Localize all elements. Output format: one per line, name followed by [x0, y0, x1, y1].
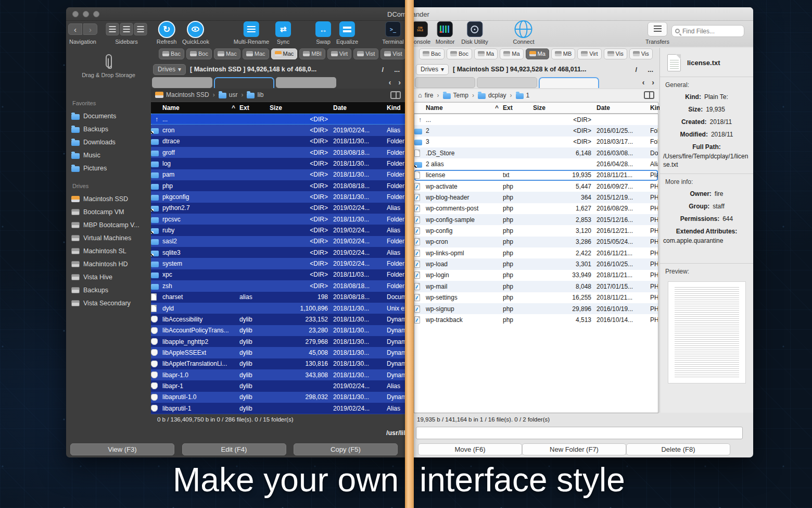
sidebar-toggle-2-icon[interactable] [120, 23, 133, 35]
more-button[interactable]: ... [644, 66, 656, 73]
column-ext[interactable]: Ext [503, 104, 533, 111]
bookmarks-icon[interactable] [644, 91, 654, 99]
breadcrumb-item[interactable]: Macintosh SSD [155, 91, 209, 98]
refresh-icon[interactable]: ↻ [158, 21, 175, 38]
breadcrumb-item[interactable]: dcplay [471, 92, 506, 99]
table-row[interactable]: wp-blog-header php 364 2015/12/19... PHP… [414, 192, 658, 203]
table-row[interactable]: pkgconfig <DIR> 2018/11/30... Folder [151, 191, 405, 202]
sidebar-item[interactable]: Vista Hive [71, 270, 151, 283]
connect-globe-icon[interactable] [515, 20, 532, 38]
move-button[interactable]: Move (F6) [418, 443, 522, 455]
panel-tab[interactable] [276, 77, 336, 88]
drive-shortcut-button[interactable]: Vis [629, 48, 653, 59]
sidebar-item[interactable]: Virtual Machines [71, 231, 151, 244]
sidebar-item[interactable]: Vista Secondary [71, 296, 151, 309]
table-row[interactable]: 3 <DIR> 2018/03/17... Folder [414, 137, 658, 147]
table-row[interactable]: wp-settings php 16,255 2018/11/21... PHP… [414, 292, 658, 303]
table-row[interactable]: wp-links-opml php 2,422 2016/11/21... PH… [414, 247, 658, 258]
column-size[interactable]: Size [533, 104, 593, 111]
table-row[interactable]: libaprutil-1 dylib 2019/02/24... Alias [151, 403, 405, 414]
drive-shortcut-button[interactable]: Mac [271, 48, 298, 59]
breadcrumb-item[interactable]: 1 [509, 92, 530, 99]
table-row[interactable]: wp-cron php 3,286 2015/05/24... PHP Scri… [414, 237, 658, 247]
quicklook-icon[interactable] [187, 21, 204, 38]
table-row[interactable]: libapple_nghttp2 dylib 279,968 2018/11/3… [151, 336, 405, 347]
panel-tab[interactable] [539, 77, 599, 88]
drive-shortcut-button[interactable]: Virt [577, 48, 601, 59]
table-row[interactable]: wp-comments-post php 1,627 2016/08/29...… [414, 203, 658, 214]
sidebar-item[interactable]: Music [71, 148, 151, 162]
sidebar-item[interactable]: MBP Bootcamp V... [71, 218, 151, 231]
table-row[interactable]: dyld 1,100,896 2018/11/30... Unix execut… [151, 303, 405, 314]
drive-shortcut-button[interactable]: Vis [604, 48, 627, 59]
sidebar-item[interactable]: Macintosh SSD [71, 192, 151, 205]
sidebar-toggle-3-icon[interactable] [134, 23, 147, 35]
table-row[interactable]: libapr-1 dylib 2019/02/24... Alias [151, 380, 405, 391]
table-row[interactable]: libAccessibility dylib 233,152 2018/11/3… [151, 314, 405, 325]
table-row[interactable]: wp-load php 3,301 2016/10/25... PHP Scri… [414, 258, 658, 269]
more-button[interactable]: ... [391, 66, 403, 73]
monitor-icon[interactable] [437, 21, 453, 37]
view-button[interactable]: View (F3) [70, 443, 174, 455]
table-row[interactable]: charset alias 198 2018/08/18... Document [151, 292, 405, 303]
drive-shortcut-button[interactable]: Boc [447, 48, 472, 59]
panel-tab[interactable] [152, 77, 212, 88]
table-row[interactable]: license txt 19,935 2018/11/21... Plain T… [414, 170, 658, 181]
table-row[interactable]: python2.7 <DIR> 2019/02/24... Alias [151, 203, 405, 214]
table-row[interactable]: groff <DIR> 2018/08/18... Folder [151, 147, 405, 158]
table-row[interactable]: log <DIR> 2018/11/30... Folder [151, 158, 405, 169]
table-row[interactable]: pam <DIR> 2018/11/30... Folder [151, 169, 405, 180]
drive-shortcut-button[interactable]: Ma [500, 48, 523, 59]
drive-shortcut-button[interactable]: Mac [243, 48, 269, 59]
bookmarks-icon[interactable] [390, 91, 401, 99]
delete-button[interactable]: Delete (F8) [626, 443, 730, 455]
table-row[interactable]: wp-activate php 5,447 2016/09/27... PHP … [414, 181, 658, 192]
panel-tab[interactable] [415, 77, 475, 88]
sidebar-item[interactable]: Machintosh SL [71, 244, 151, 257]
sync-icon[interactable]: ⇄ [275, 21, 291, 37]
drive-shortcut-button[interactable]: MB [551, 48, 576, 59]
column-date[interactable]: Date [593, 104, 646, 111]
table-row[interactable]: wp-signup php 29,896 2016/10/19... PHP S… [414, 303, 658, 314]
table-row[interactable]: 2 alias 2016/04/28... Alias [414, 158, 658, 169]
table-row[interactable]: libAccountPolicyTrans... dylib 23,280 20… [151, 325, 405, 336]
swap-icon[interactable]: ↔ [315, 21, 331, 37]
multi-rename-icon[interactable] [244, 21, 259, 37]
terminal-icon[interactable]: >_ [385, 21, 401, 37]
sidebar-item[interactable]: Backups [71, 283, 151, 296]
disk-utility-icon[interactable] [467, 21, 483, 37]
new-folder-button[interactable]: New Folder (F7) [522, 443, 626, 455]
root-button[interactable]: / [632, 66, 641, 73]
drives-dropdown[interactable]: Drives ▾ [416, 64, 449, 75]
breadcrumb-item[interactable]: fire [418, 92, 434, 99]
sidebar-item[interactable]: Backups [71, 122, 151, 135]
column-kind[interactable]: Kind [383, 104, 405, 111]
root-button[interactable]: / [379, 66, 387, 73]
table-row[interactable]: libAppletTranslationLi... dylib 130,816 … [151, 358, 405, 369]
table-row[interactable]: wp-config-sample php 2,853 2015/12/16...… [414, 214, 658, 225]
table-row[interactable]: .DS_Store 6,148 2016/03/08... Document [414, 147, 658, 158]
column-size[interactable]: Size [270, 104, 329, 111]
forward-button[interactable]: › [83, 23, 97, 35]
breadcrumb-item[interactable]: lib [240, 91, 263, 98]
table-row[interactable]: sasl2 <DIR> 2019/02/24... Folder [151, 236, 405, 247]
search-input[interactable] [682, 28, 734, 35]
drive-shortcut-button[interactable]: Bac [419, 48, 445, 59]
sidebar-item[interactable]: Pictures [71, 162, 151, 175]
table-row[interactable]: sqlite3 <DIR> 2019/02/24... Alias [151, 247, 405, 258]
sidebar-item[interactable]: Bootcamp VM [71, 205, 151, 218]
table-row[interactable]: ... <DIR> [151, 114, 405, 125]
drive-shortcut-button[interactable]: Vist [380, 48, 405, 59]
table-row[interactable]: dtrace <DIR> 2018/11/30... Folder [151, 136, 405, 147]
column-name[interactable]: Name^ [426, 104, 503, 111]
copy-button[interactable]: Copy (F5) [294, 443, 398, 455]
back-button[interactable]: ‹ [68, 23, 82, 35]
breadcrumb-item[interactable]: Temp [436, 92, 468, 99]
table-row[interactable]: system <DIR> 2019/02/24... Folder [151, 258, 405, 269]
table-row[interactable]: cron <DIR> 2019/02/24... Alias [151, 125, 405, 135]
edit-button[interactable]: Edit (F4) [182, 443, 286, 455]
table-row[interactable]: libAppleSSEExt dylib 45,008 2018/11/30..… [151, 347, 405, 358]
breadcrumb-item[interactable]: usr [212, 91, 238, 98]
drive-shortcut-button[interactable]: Mac [214, 48, 240, 59]
drive-shortcut-button[interactable]: Boc [186, 48, 212, 59]
